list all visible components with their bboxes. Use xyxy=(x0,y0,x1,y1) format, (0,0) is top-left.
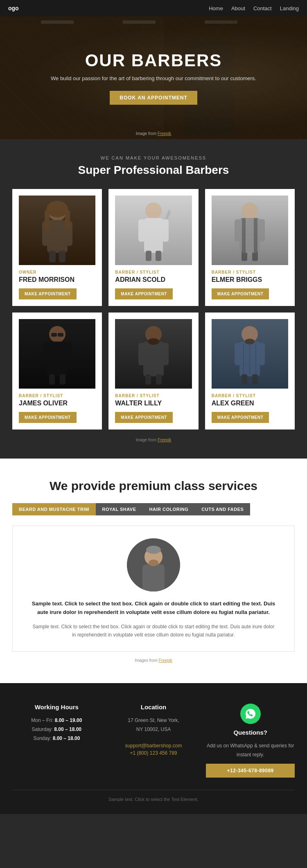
svg-point-59 xyxy=(146,546,161,554)
svg-rect-33 xyxy=(42,343,49,365)
working-hours-title: Working Hours xyxy=(12,704,101,711)
tab-cuts-fades[interactable]: CUTS AND FADES xyxy=(195,503,250,515)
make-appointment-button[interactable]: MAKE APPOINTMENT xyxy=(212,412,269,423)
svg-rect-43 xyxy=(162,343,169,365)
svg-rect-14 xyxy=(65,210,70,230)
services-section: We provide premium class services BEARD … xyxy=(0,459,307,683)
nav-links: Home About Contact Landing xyxy=(209,5,299,11)
tab-royal-shave[interactable]: ROYAL SHAVE xyxy=(96,503,143,515)
svg-rect-36 xyxy=(60,374,65,385)
svg-rect-18 xyxy=(162,219,169,242)
barber-name: JAMES OLIVER xyxy=(19,400,95,407)
barber-image xyxy=(19,196,95,265)
nav-landing[interactable]: Landing xyxy=(280,5,299,11)
barbers-credit: Image from Freepik xyxy=(12,438,295,442)
make-appointment-button[interactable]: MAKE APPOINTMENT xyxy=(212,288,269,299)
barber-card: BARBER / STYLIST ELMER BRIGGS MAKE APPOI… xyxy=(205,189,295,306)
working-hours-sunday: Sunday: 8.00 – 18.00 xyxy=(12,734,101,743)
footer-bottom: Sample text. Click to select the Text El… xyxy=(12,790,295,802)
footer-grid: Working Hours Mon – Fri: 8.00 – 19.00 Sa… xyxy=(12,704,295,777)
footer: Working Hours Mon – Fri: 8.00 – 19.00 Sa… xyxy=(0,683,307,814)
barber-name: WALTER LILLY xyxy=(115,400,192,407)
services-credit: Images from Freepik xyxy=(12,658,295,663)
svg-rect-4 xyxy=(205,20,237,24)
barber-name: ELMER BRIGGS xyxy=(212,276,288,283)
svg-rect-35 xyxy=(49,374,55,385)
barber-role: BARBER / STYLIST xyxy=(115,270,192,274)
services-title: We provide premium class services xyxy=(12,479,295,493)
footer-questions: Questions? Add us on WhatsApp & send que… xyxy=(206,704,295,777)
services-tabs: BEARD AND MUSTACHE TRIM ROYAL SHAVE HAIR… xyxy=(12,503,295,515)
svg-rect-11 xyxy=(59,251,65,262)
svg-point-12 xyxy=(47,201,68,217)
barber-role: BARBER / STYLIST xyxy=(212,270,288,274)
nav-about[interactable]: About xyxy=(231,5,245,11)
location-phone[interactable]: +1 (800) 123 456 789 xyxy=(130,750,177,756)
barbers-title: Super Professional Barbers xyxy=(12,164,295,177)
footer-working-hours: Working Hours Mon – Fri: 8.00 – 19.00 Sa… xyxy=(12,704,101,777)
hero-content: OUR BARBERS We build our passion for the… xyxy=(51,51,256,105)
svg-rect-50 xyxy=(258,343,265,365)
barber-role: BARBER / STYLIST xyxy=(212,394,288,398)
make-appointment-button[interactable]: MAKE APPOINTMENT xyxy=(115,288,173,299)
nav-logo: ogo xyxy=(8,5,19,11)
footer-bottom-text: Sample text. Click to select the Text El… xyxy=(12,797,295,802)
questions-title: Questions? xyxy=(206,729,295,736)
barber-image xyxy=(115,319,192,389)
barbers-grid: OWNER FRED MORRISON MAKE APPOINTMENT xyxy=(12,189,295,430)
hero-credit: Image from Freepik xyxy=(136,131,172,136)
barber-name: ALEX GREEN xyxy=(212,400,288,407)
make-appointment-button[interactable]: MAKE APPOINTMENT xyxy=(115,412,173,423)
svg-rect-10 xyxy=(49,251,56,262)
make-appointment-button[interactable]: MAKE APPOINTMENT xyxy=(19,412,77,423)
barber-role: OWNER xyxy=(19,270,95,274)
location-address2: NY 10002, USA xyxy=(109,725,198,734)
svg-rect-2 xyxy=(41,20,74,24)
barber-card: BARBER / STYLIST ADRIAN SCOLD MAKE APPOI… xyxy=(108,189,198,306)
service-description-bold: Sample text. Click to select the text bo… xyxy=(31,600,276,617)
svg-point-53 xyxy=(245,339,255,344)
working-hours-mon-fri: Mon – Fri: 8.00 – 19.00 xyxy=(12,716,101,725)
svg-rect-52 xyxy=(252,374,258,385)
svg-rect-44 xyxy=(145,374,151,385)
tab-hair-coloring[interactable]: HAIR COLORING xyxy=(143,503,195,515)
svg-rect-19 xyxy=(146,251,151,261)
barber-image xyxy=(212,196,288,265)
svg-rect-16 xyxy=(144,218,163,253)
svg-rect-3 xyxy=(123,20,156,24)
nav-home[interactable]: Home xyxy=(209,5,223,11)
barber-name: FRED MORRISON xyxy=(19,276,95,283)
svg-rect-60 xyxy=(142,564,165,591)
barber-image xyxy=(19,319,95,389)
svg-rect-13 xyxy=(45,210,50,230)
footer-location: Location 17 Green St, New York, NY 10002… xyxy=(109,704,198,777)
barbers-section: WE CAN MAKE YOUR AWESOMENESS Super Profe… xyxy=(0,139,307,459)
questions-desc: Add us on WhatsApp & send queries for in… xyxy=(206,742,295,759)
tab-beard-mustache[interactable]: BEARD AND MUSTACHE TRIM xyxy=(12,503,96,515)
svg-point-23 xyxy=(242,202,258,219)
svg-rect-17 xyxy=(138,219,145,242)
whatsapp-button[interactable]: +12-345-678-89089 xyxy=(206,764,295,778)
svg-rect-32 xyxy=(47,342,68,376)
navbar: ogo Home About Contact Landing xyxy=(0,0,307,16)
location-email[interactable]: support@barbershop.com xyxy=(125,743,182,749)
barber-image xyxy=(115,196,192,265)
svg-rect-49 xyxy=(235,343,241,365)
svg-rect-30 xyxy=(246,218,254,253)
svg-point-15 xyxy=(145,202,162,219)
svg-rect-45 xyxy=(156,374,162,385)
barber-image xyxy=(212,319,288,389)
barber-role: BARBER / STYLIST xyxy=(19,394,95,398)
make-appointment-button[interactable]: MAKE APPOINTMENT xyxy=(19,288,77,299)
service-content: Sample text. Click to select the text bo… xyxy=(12,526,295,652)
svg-rect-42 xyxy=(138,343,145,365)
svg-rect-20 xyxy=(156,251,161,261)
book-appointment-button[interactable]: BOOK AN APPOINTMENT xyxy=(110,91,197,105)
barber-card: BARBER / STYLIST ALEX GREEN MAKE APPOINT… xyxy=(205,313,295,430)
svg-rect-25 xyxy=(235,219,241,242)
svg-rect-34 xyxy=(66,343,72,365)
nav-contact[interactable]: Contact xyxy=(253,5,272,11)
svg-rect-51 xyxy=(242,374,247,385)
svg-rect-26 xyxy=(258,219,265,242)
barber-role: BARBER / STYLIST xyxy=(115,394,192,398)
